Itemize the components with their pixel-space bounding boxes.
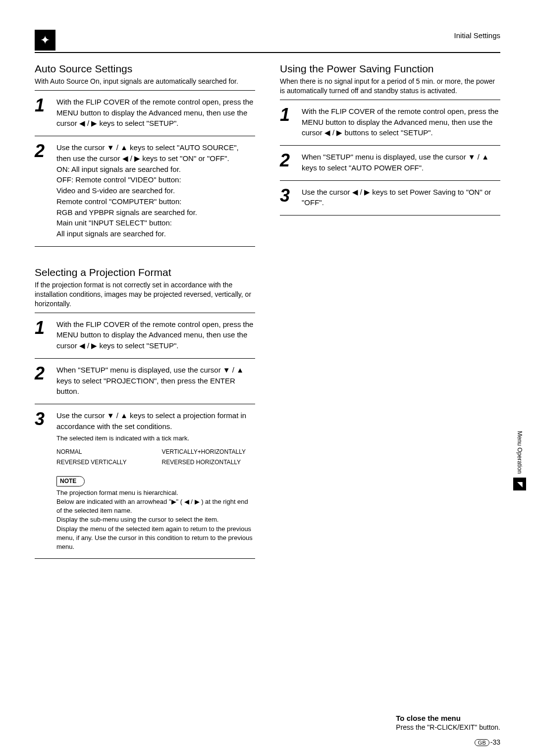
step-1: 1 With the FLIP COVER of the remote cont… [280, 103, 500, 143]
step-line: Use the cursor ▼ / ▲ keys to select a pr… [56, 410, 255, 432]
step-line: ON: All input signals are searched for. [56, 164, 255, 175]
step-number: 2 [35, 365, 48, 397]
section-intro: With Auto Source On, input signals are a… [35, 77, 255, 86]
step-text: Use the cursor ◀ / ▶ keys to set Power S… [302, 187, 500, 209]
side-tab: Menu Operation ◥ [513, 431, 526, 490]
section-title: Selecting a Projection Format [35, 267, 255, 278]
note-line: Display the sub-menu using the cursor to… [56, 515, 255, 524]
step-number: 1 [35, 319, 48, 351]
step-text: When "SETUP" menu is displayed, use the … [56, 365, 255, 397]
step-text: With the FLIP COVER of the remote contro… [302, 106, 500, 138]
note-line: The projection format menu is hierarchic… [56, 488, 255, 497]
step-3: 3 Use the cursor ◀ / ▶ keys to set Power… [280, 184, 500, 214]
section-intro: If the projection format is not correctl… [35, 280, 255, 309]
step-number: 2 [35, 142, 48, 239]
footer-note: To close the menu Press the "R-CLICK/EXI… [396, 714, 500, 731]
breadcrumb: Initial Settings [35, 31, 500, 40]
step-2: 2 When "SETUP" menu is displayed, use th… [35, 362, 255, 402]
step-text: Use the cursor ▼ / ▲ keys to select a pr… [56, 410, 255, 551]
format-option: VERTICALLY+HORIZONTALLY [162, 448, 256, 456]
section-title: Auto Source Settings [35, 63, 255, 75]
note-line: Display the menu of the selected item ag… [56, 525, 255, 552]
step-line: All input signals are searched for. [56, 228, 255, 239]
section-title: Using the Power Saving Function [280, 63, 500, 75]
format-grid: NORMAL VERTICALLY+HORIZONTALLY REVERSED … [56, 448, 255, 467]
page-number: GB-33 [475, 738, 500, 746]
footer-body: Press the "R-CLICK/EXIT" button. [396, 723, 500, 731]
logo-glyph: ✦ [40, 33, 50, 47]
step-2: 2 When "SETUP" menu is displayed, use th… [280, 149, 500, 178]
step-text: With the FLIP COVER of the remote contro… [56, 319, 255, 351]
step-number: 2 [280, 152, 293, 173]
format-option: REVERSED VERTICALLY [56, 458, 150, 467]
step-1: 1 With the FLIP COVER of the remote cont… [35, 94, 255, 134]
step-1: 1 With the FLIP COVER of the remote cont… [35, 316, 255, 356]
section-projection-format: Selecting a Projection Format If the pro… [35, 267, 255, 559]
section-auto-source: Auto Source Settings With Auto Source On… [35, 63, 255, 247]
section-power-saving: Using the Power Saving Function When the… [280, 63, 500, 216]
side-tab-label: Menu Operation [516, 431, 523, 474]
step-number: 3 [35, 410, 48, 551]
header-rule [35, 52, 500, 53]
format-option: NORMAL [56, 448, 150, 456]
step-text: When "SETUP" menu is displayed, use the … [302, 152, 500, 173]
page-region: GB [475, 739, 489, 746]
step-line: RGB and YPBPR signals are searched for. [56, 207, 255, 218]
step-number: 3 [280, 187, 293, 209]
step-line: Main unit "INPUT SELECT" button: [56, 217, 255, 228]
left-column: Auto Source Settings With Auto Source On… [35, 63, 255, 562]
step-number: 1 [35, 97, 48, 129]
step-text: Use the cursor ▼ / ▲ keys to select "AUT… [56, 142, 255, 239]
page-index: -33 [490, 738, 500, 746]
note-label: NOTE [56, 476, 85, 486]
step-line: Use the cursor ▼ / ▲ keys to select "AUT… [56, 142, 255, 164]
step-2: 2 Use the cursor ▼ / ▲ keys to select "A… [35, 139, 255, 244]
note-line: Below are indicated with an arrowhead "▶… [56, 497, 255, 515]
step-text: With the FLIP COVER of the remote contro… [56, 97, 255, 129]
section-intro: When there is no signal input for a peri… [280, 77, 500, 96]
step-line: Video and S-video are searched for. [56, 185, 255, 196]
side-tab-icon: ◥ [513, 478, 526, 490]
format-option: REVERSED HORIZONTALLY [162, 458, 256, 467]
footer-title: To close the menu [396, 714, 500, 722]
step-line: OFF: Remote control "VIDEO" button: [56, 174, 255, 185]
step-line: The selected item is indicated with a ti… [56, 434, 255, 443]
step-line: Remote control "COMPUTER" button: [56, 196, 255, 207]
step-number: 1 [280, 106, 293, 138]
step-3: 3 Use the cursor ▼ / ▲ keys to select a … [35, 407, 255, 556]
right-column: Using the Power Saving Function When the… [280, 63, 500, 562]
